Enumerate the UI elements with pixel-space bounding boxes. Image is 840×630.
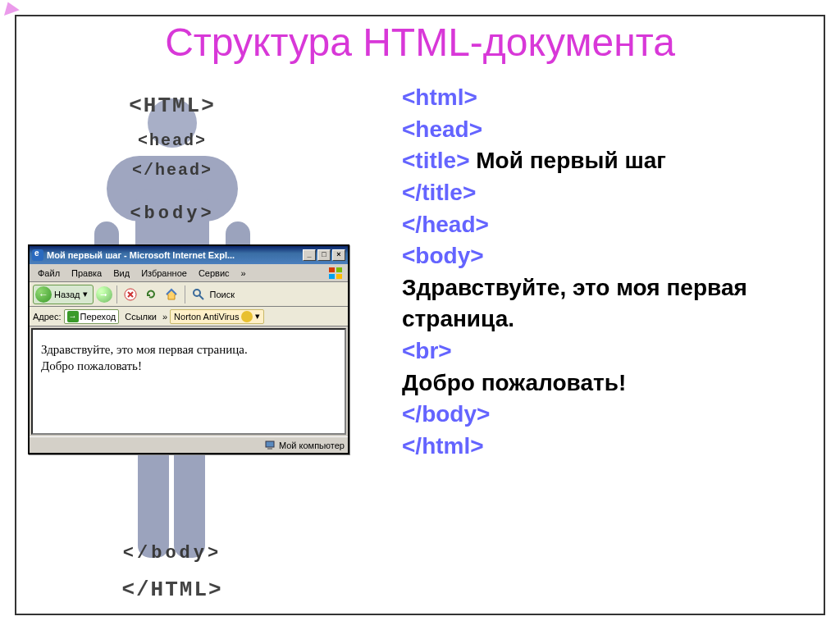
- toolbar-navigation: ← Назад ▾ → Поиск: [30, 282, 348, 307]
- back-icon: ←: [35, 286, 52, 303]
- figure-tag-body-close: </body>: [49, 543, 295, 564]
- back-dropdown-icon: ▾: [83, 289, 88, 299]
- menu-file[interactable]: Файл: [33, 267, 65, 280]
- forward-button[interactable]: →: [96, 286, 112, 303]
- code-tag: <br>: [402, 338, 452, 363]
- titlebar[interactable]: Мой первый шаг - Microsoft Internet Expl…: [30, 246, 348, 264]
- go-icon: →: [67, 311, 79, 322]
- windows-logo-icon: [328, 267, 345, 280]
- norton-label: Norton AntiVirus: [174, 312, 239, 322]
- go-button[interactable]: →Переход: [64, 309, 120, 324]
- computer-icon: [264, 440, 276, 451]
- svg-rect-3: [336, 274, 342, 279]
- svg-point-5: [194, 290, 200, 296]
- content-line-1: Здравствуйте, это моя первая страница.: [41, 341, 336, 358]
- norton-antivirus[interactable]: Norton AntiVirus▾: [170, 309, 264, 324]
- search-label: Поиск: [210, 290, 235, 299]
- browser-window: Мой первый шаг - Microsoft Internet Expl…: [28, 244, 349, 454]
- home-button[interactable]: [162, 285, 180, 304]
- minimize-button[interactable]: _: [303, 249, 316, 261]
- code-text: Мой первый шаг: [469, 148, 665, 173]
- figure-tag-head-open: <head>: [49, 131, 295, 150]
- code-tag: <body>: [402, 243, 484, 268]
- window-title: Мой первый шаг - Microsoft Internet Expl…: [47, 250, 235, 260]
- links-more[interactable]: »: [162, 312, 167, 322]
- links-label[interactable]: Ссылки: [121, 312, 160, 322]
- svg-rect-0: [329, 267, 335, 272]
- code-block: <html> <head> <title> Мой первый шаг </t…: [402, 82, 804, 463]
- search-button[interactable]: [189, 285, 208, 304]
- status-text: Мой компьютер: [279, 441, 345, 450]
- maximize-button[interactable]: □: [317, 249, 331, 261]
- code-text: Здравствуйте, это моя первая страница.: [402, 275, 747, 332]
- browser-content: Здравствуйте, это моя первая страница. Д…: [31, 328, 346, 435]
- figure-tag-html-close: </HTML>: [49, 578, 295, 602]
- code-tag: </html>: [402, 433, 484, 459]
- refresh-button[interactable]: [142, 285, 160, 304]
- svg-rect-1: [336, 267, 342, 272]
- menubar: Файл Правка Вид Избранное Сервис »: [30, 264, 348, 282]
- go-label: Переход: [80, 312, 116, 322]
- cursor-icon: [0, 0, 20, 16]
- code-tag: <html>: [402, 84, 477, 110]
- svg-line-6: [199, 295, 203, 299]
- figure-tag-head-close: </head>: [49, 161, 295, 180]
- code-tag: </title>: [402, 180, 476, 205]
- menu-more[interactable]: »: [236, 267, 251, 280]
- statusbar: Мой компьютер: [30, 436, 348, 453]
- norton-icon: [241, 311, 253, 322]
- menu-tools[interactable]: Сервис: [194, 267, 235, 280]
- slide-title: Структура HTML-документа: [0, 20, 840, 65]
- ie-icon: [32, 249, 43, 261]
- address-label: Адрес:: [33, 312, 62, 322]
- content-line-2: Добро пожаловать!: [41, 358, 336, 374]
- code-tag: <head>: [402, 116, 482, 142]
- menu-edit[interactable]: Правка: [66, 267, 107, 280]
- menu-view[interactable]: Вид: [108, 267, 135, 280]
- figure-tag-body-open: <body>: [49, 203, 295, 224]
- svg-rect-7: [266, 441, 274, 447]
- code-text: Добро пожаловать!: [402, 370, 626, 395]
- back-label: Назад: [54, 290, 80, 299]
- menu-favorites[interactable]: Избранное: [136, 267, 192, 280]
- code-tag: </body>: [402, 401, 490, 427]
- back-button[interactable]: ← Назад ▾: [33, 285, 94, 304]
- stop-button[interactable]: [121, 285, 139, 304]
- toolbar-address: Адрес: →Переход Ссылки » Norton AntiViru…: [30, 307, 348, 326]
- code-tag: <title>: [402, 148, 469, 173]
- figure-tag-html-open: <HTML>: [49, 94, 295, 118]
- close-button[interactable]: ×: [332, 249, 345, 261]
- code-tag: </head>: [402, 212, 489, 237]
- svg-rect-2: [329, 274, 335, 279]
- chevron-down-icon: ▾: [255, 311, 260, 322]
- svg-rect-8: [267, 448, 272, 450]
